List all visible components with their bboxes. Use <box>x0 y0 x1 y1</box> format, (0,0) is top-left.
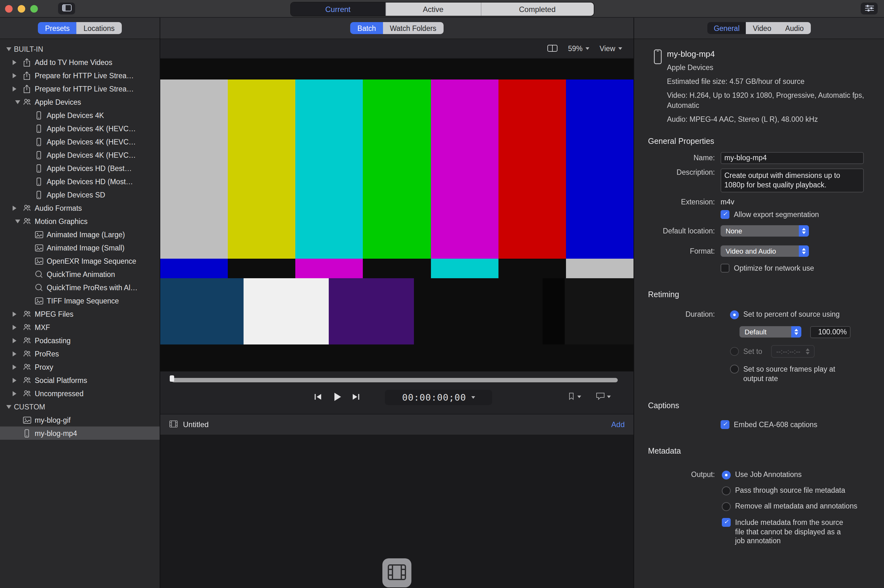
preset-label: Apple Devices HD (Best… <box>47 164 132 172</box>
summary-group: Apple Devices <box>667 63 873 72</box>
next-frame-button[interactable] <box>348 389 363 404</box>
tab-audio[interactable]: Audio <box>778 22 811 34</box>
disclosure-triangle-icon[interactable] <box>13 206 23 210</box>
format-select[interactable]: Video and Audio <box>720 245 809 256</box>
allow-export-segmentation-checkbox[interactable]: ✓ <box>720 210 729 219</box>
preset-row[interactable]: Apple Devices HD (Most… <box>0 175 160 188</box>
quicktime-icon <box>35 270 47 278</box>
previous-frame-button[interactable] <box>311 389 326 404</box>
pass-through-metadata-radio[interactable] <box>722 486 731 495</box>
preset-row[interactable]: Audio Formats <box>0 201 160 214</box>
preset-row[interactable]: Prepare for HTTP Live Strea… <box>0 82 160 95</box>
batch-drop-area[interactable] <box>160 435 633 588</box>
disclosure-triangle-icon[interactable] <box>13 325 23 330</box>
add-output-button[interactable]: Add <box>611 420 625 429</box>
optimize-network-checkbox[interactable]: ✓ <box>720 263 729 272</box>
minimize-button[interactable] <box>18 5 25 12</box>
inspector-toggle-button[interactable] <box>861 3 878 15</box>
compare-layout-button[interactable] <box>547 44 558 53</box>
preset-row[interactable]: Animated Image (Small) <box>0 241 160 254</box>
preset-row[interactable]: Motion Graphics <box>0 214 160 228</box>
timeline-scrubber[interactable] <box>172 378 618 382</box>
smpte-bar <box>363 259 431 278</box>
disclosure-triangle-icon[interactable] <box>13 60 23 64</box>
remove-metadata-radio[interactable] <box>722 502 731 511</box>
retiming-preset-select[interactable]: Default <box>740 326 801 338</box>
disclosure-triangle-icon[interactable] <box>13 311 23 316</box>
tab-general[interactable]: General <box>707 22 746 34</box>
preset-row[interactable]: Apple Devices 4K <box>0 108 160 122</box>
smpte-bar <box>566 259 633 278</box>
include-metadata-checkbox[interactable]: ✓ <box>722 518 731 526</box>
preset-row[interactable]: ProRes <box>0 347 160 360</box>
disclosure-triangle-icon[interactable] <box>13 100 23 104</box>
close-button[interactable] <box>5 5 13 12</box>
zoom-button[interactable] <box>30 5 38 12</box>
duration-source-rate-radio[interactable] <box>730 364 739 373</box>
disclosure-triangle-icon[interactable] <box>4 47 14 51</box>
disclosure-triangle-icon[interactable] <box>13 378 23 382</box>
zoom-level-dropdown[interactable]: 59% <box>568 45 590 52</box>
preset-row[interactable]: Apple Devices SD <box>0 188 160 201</box>
disclosure-triangle-icon[interactable] <box>13 73 23 78</box>
preset-row[interactable]: Apple Devices 4K (HEVC… <box>0 148 160 162</box>
play-button[interactable] <box>329 389 345 404</box>
share-icon <box>23 84 35 93</box>
preset-row[interactable]: Apple Devices 4K (HEVC… <box>0 122 160 135</box>
tab-video[interactable]: Video <box>746 22 778 34</box>
preset-row[interactable]: Apple Devices <box>0 95 160 108</box>
preset-group-header[interactable]: BUILT-IN <box>0 42 160 56</box>
preset-row[interactable]: Apple Devices 4K (HEVC… <box>0 135 160 148</box>
disclosure-triangle-icon[interactable] <box>13 391 23 396</box>
preset-row[interactable]: Animated Image (Large) <box>0 228 160 241</box>
duration-percent-radio[interactable] <box>730 310 739 319</box>
preset-summary: my-blog-mp4 Apple Devices Estimated file… <box>634 39 884 124</box>
preset-row[interactable]: TIFF Image Sequence <box>0 294 160 307</box>
chevron-down-icon <box>618 47 622 50</box>
preset-row[interactable]: Add to TV Home Videos <box>0 56 160 69</box>
preset-row[interactable]: Proxy <box>0 360 160 374</box>
toggle-sidebar-button[interactable] <box>58 3 75 15</box>
name-input[interactable]: my-blog-mp4 <box>720 152 864 164</box>
tab-presets[interactable]: Presets <box>38 22 77 34</box>
annotation-menu[interactable] <box>596 392 611 401</box>
embed-captions-checkbox[interactable]: ✓ <box>720 420 729 429</box>
preset-row[interactable]: Podcasting <box>0 334 160 347</box>
preset-row[interactable]: Apple Devices HD (Best… <box>0 162 160 175</box>
preset-row[interactable]: MXF <box>0 321 160 334</box>
use-job-annotations-radio[interactable] <box>722 470 731 479</box>
preset-row[interactable]: my-blog-mp4 <box>0 426 160 440</box>
preset-group-header[interactable]: CUSTOM <box>0 400 160 413</box>
tab-locations[interactable]: Locations <box>77 22 122 34</box>
preset-row[interactable]: QuickTime ProRes with Al… <box>0 281 160 294</box>
preset-row[interactable]: OpenEXR Image Sequence <box>0 254 160 267</box>
tab-active[interactable]: Active <box>385 3 480 16</box>
preset-row[interactable]: Prepare for HTTP Live Strea… <box>0 69 160 82</box>
preset-label: Animated Image (Large) <box>47 231 125 238</box>
set-to-timecode-stepper[interactable]: --:--:--:-- <box>771 345 814 357</box>
preset-row[interactable]: QuickTime Animation <box>0 267 160 281</box>
disclosure-triangle-icon[interactable] <box>13 86 23 91</box>
view-menu[interactable]: View <box>600 45 622 52</box>
duration-set-to-radio[interactable] <box>730 346 739 356</box>
preset-row[interactable]: Social Platforms <box>0 374 160 387</box>
disclosure-triangle-icon[interactable] <box>13 351 23 356</box>
tab-batch[interactable]: Batch <box>351 22 383 34</box>
preset-row[interactable]: my-blog-gif <box>0 413 160 426</box>
timecode-display[interactable]: 00:00:00;00 <box>385 390 492 405</box>
bookmark-menu[interactable] <box>567 392 581 402</box>
disclosure-triangle-icon[interactable] <box>4 405 14 408</box>
tab-completed[interactable]: Completed <box>480 3 593 16</box>
disclosure-triangle-icon[interactable] <box>13 219 23 223</box>
preset-row[interactable]: MPEG Files <box>0 307 160 321</box>
disclosure-triangle-icon[interactable] <box>13 338 23 343</box>
default-location-select[interactable]: None <box>720 225 809 236</box>
playhead[interactable] <box>170 375 174 382</box>
tab-watch-folders[interactable]: Watch Folders <box>383 22 443 34</box>
preset-row[interactable]: Uncompressed <box>0 387 160 400</box>
preset-label: MXF <box>35 323 50 331</box>
disclosure-triangle-icon[interactable] <box>13 364 23 369</box>
description-input[interactable]: Create output with dimensions up to 1080… <box>720 168 864 192</box>
tab-current[interactable]: Current <box>291 3 385 16</box>
percent-input[interactable]: 100.00% <box>810 326 851 338</box>
